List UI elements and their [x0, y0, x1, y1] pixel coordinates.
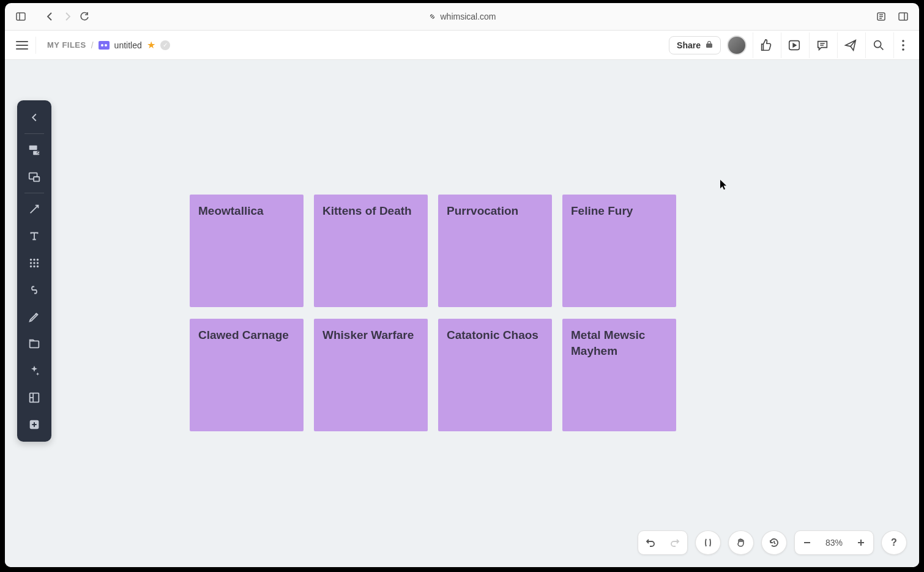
help-button[interactable]: ?	[881, 530, 907, 555]
app-window: MY FILES / untitled ★ ✓ Share	[5, 31, 919, 567]
sticky-note[interactable]: Clawed Carnage	[190, 319, 304, 431]
grid-tool-icon[interactable]	[22, 251, 47, 275]
svg-point-29	[37, 266, 39, 267]
share-sheet-icon[interactable]	[873, 8, 890, 25]
svg-line-12	[880, 46, 883, 50]
sticky-note[interactable]: Whisker Warfare	[314, 319, 428, 431]
canvas[interactable]: Meowtallica Kittens of Death Purrvocatio…	[5, 60, 919, 567]
menu-icon[interactable]	[12, 35, 32, 55]
hand-tool-button[interactable]	[728, 530, 754, 555]
zoom-group: 83%	[794, 530, 874, 555]
svg-point-14	[902, 44, 904, 46]
forward-icon	[59, 8, 76, 25]
sticky-note-text: Purrvocation	[447, 204, 518, 217]
sticky-note[interactable]: Feline Fury	[562, 195, 676, 307]
breadcrumb-separator: /	[91, 40, 94, 50]
svg-point-25	[33, 262, 35, 264]
svg-rect-16	[29, 146, 37, 150]
add-tool-icon[interactable]	[22, 412, 47, 437]
template-tool-icon[interactable]	[22, 385, 47, 410]
svg-point-23	[37, 259, 39, 261]
svg-point-15	[902, 48, 904, 51]
section-tool-icon[interactable]	[22, 332, 47, 356]
browser-toolbar: whimsical.com	[5, 3, 919, 31]
svg-rect-30	[30, 341, 39, 347]
text-tool-icon[interactable]	[22, 224, 47, 248]
sticky-note-text: Meowtallica	[198, 204, 264, 217]
svg-point-11	[874, 40, 881, 47]
undo-icon[interactable]	[638, 530, 663, 555]
zoom-out-icon[interactable]	[795, 530, 819, 555]
svg-rect-6	[899, 13, 907, 20]
sidebar-toggle-icon[interactable]	[12, 8, 29, 25]
thumbs-up-icon[interactable]	[753, 32, 778, 58]
sticky-note[interactable]: Metal Mewsic Mayhem	[562, 319, 676, 431]
document-title[interactable]: untitled	[114, 40, 142, 50]
mouse-cursor-icon	[720, 179, 727, 189]
zoom-level[interactable]: 83%	[819, 538, 849, 548]
svg-point-22	[33, 259, 35, 261]
search-icon[interactable]	[865, 32, 891, 58]
avatar[interactable]	[727, 35, 747, 55]
sticky-note-text: Metal Mewsic Mayhem	[571, 329, 645, 357]
theme-button[interactable]	[695, 530, 721, 555]
svg-point-28	[33, 266, 35, 267]
collapse-toolbar-icon[interactable]	[22, 105, 47, 130]
history-button[interactable]	[761, 530, 787, 555]
pencil-tool-icon[interactable]	[22, 305, 47, 329]
send-icon[interactable]	[837, 32, 863, 58]
reload-icon[interactable]	[76, 8, 93, 25]
sync-status-icon: ✓	[160, 40, 170, 50]
breadcrumb: MY FILES / untitled ★ ✓	[47, 39, 170, 51]
comments-icon[interactable]	[809, 32, 835, 58]
sticky-note[interactable]: Kittens of Death	[314, 195, 428, 307]
share-button[interactable]: Share	[669, 36, 721, 54]
link-icon	[428, 12, 436, 21]
breadcrumb-root[interactable]: MY FILES	[47, 40, 86, 50]
connector-tool-icon[interactable]	[22, 197, 47, 221]
wireframe-tool-icon[interactable]	[22, 138, 47, 162]
link-tool-icon[interactable]	[22, 278, 47, 302]
svg-point-13	[902, 40, 904, 42]
svg-point-26	[37, 262, 39, 264]
star-icon[interactable]: ★	[147, 39, 155, 51]
zoom-in-icon[interactable]	[849, 530, 873, 555]
sticky-note-text: Feline Fury	[571, 204, 633, 217]
more-icon[interactable]	[893, 32, 912, 58]
present-icon[interactable]	[781, 32, 807, 58]
frame-tool-icon[interactable]	[22, 165, 47, 189]
board-type-icon	[99, 41, 110, 50]
undo-redo-group	[638, 530, 688, 555]
app-topbar: MY FILES / untitled ★ ✓ Share	[5, 31, 919, 60]
svg-point-24	[30, 262, 32, 264]
sticky-note[interactable]: Catatonic Chaos	[438, 319, 552, 431]
svg-rect-0	[17, 13, 25, 20]
svg-point-21	[30, 259, 32, 261]
ai-tool-icon[interactable]	[22, 358, 47, 383]
lock-icon	[706, 40, 713, 50]
sticky-note[interactable]: Purrvocation	[438, 195, 552, 307]
bottom-toolbar: 83% ?	[638, 530, 907, 555]
sticky-note-text: Kittens of Death	[322, 204, 412, 217]
sticky-note-text: Whisker Warfare	[322, 329, 414, 341]
redo-icon	[663, 530, 687, 555]
sticky-note-text: Catatonic Chaos	[447, 329, 538, 341]
svg-point-27	[30, 266, 32, 267]
tabs-icon[interactable]	[895, 8, 912, 25]
sticky-note-text: Clawed Carnage	[198, 329, 289, 341]
back-icon[interactable]	[42, 8, 59, 25]
share-label: Share	[677, 40, 701, 50]
svg-rect-20	[34, 177, 39, 181]
address-bar[interactable]: whimsical.com	[428, 12, 496, 21]
tool-palette	[17, 100, 51, 442]
url-text: whimsical.com	[440, 12, 496, 21]
sticky-note[interactable]: Meowtallica	[190, 195, 304, 307]
